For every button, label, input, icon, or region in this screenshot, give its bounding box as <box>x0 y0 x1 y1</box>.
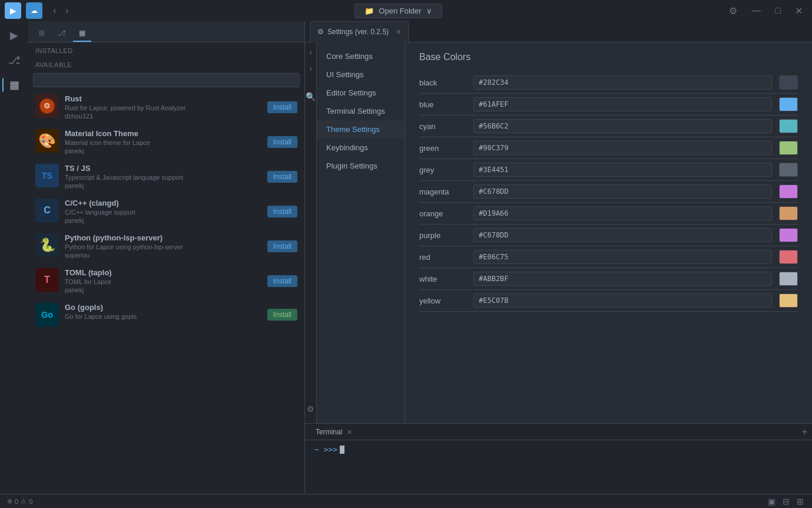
cpp-install-button[interactable]: Install <box>267 206 297 217</box>
color-swatch[interactable] <box>779 293 798 308</box>
layout-btn-1[interactable]: ▣ <box>767 496 777 507</box>
list-item[interactable]: 🎨 Material Icon Theme Material icon them… <box>28 124 304 159</box>
toml-ext-info: TOML (taplo) TOML for Lapce panekj <box>65 268 261 293</box>
color-swatch[interactable] <box>779 272 798 286</box>
extension-search-input[interactable] <box>33 73 300 87</box>
settings-tab-close[interactable]: ✕ <box>396 28 401 36</box>
toml-ext-icon: T <box>35 268 59 292</box>
color-label: green <box>419 144 466 153</box>
python-install-button[interactable]: Install <box>267 240 297 252</box>
list-item[interactable]: TS TS / JS Typescript & Javascript langu… <box>28 159 304 194</box>
titlebar-center: 📁 Open Folder ∨ <box>77 4 720 18</box>
settings-tab[interactable]: ⚙ Settings (ver. 0.2.5) ✕ <box>310 21 409 42</box>
color-value-input[interactable] <box>473 119 772 133</box>
color-swatch[interactable] <box>779 184 798 199</box>
nav-item-editor[interactable]: Editor Settings <box>317 84 405 102</box>
color-value-input[interactable] <box>473 163 772 177</box>
color-swatch[interactable] <box>779 228 798 242</box>
settings-tab-label: Settings (ver. 0.2.5) <box>327 28 389 36</box>
color-swatch[interactable] <box>779 141 798 155</box>
activitybar: ▶ ⎇ ▦ <box>0 21 28 494</box>
layout-btn-2[interactable]: ⊟ <box>781 496 791 507</box>
extension-list: ⚙ Rust Rust for Lapce: powered by Rust A… <box>28 90 304 494</box>
maximize-button[interactable]: □ <box>770 3 786 18</box>
back-button[interactable]: ‹ <box>49 4 59 17</box>
color-label: cyan <box>419 122 466 131</box>
color-swatch[interactable] <box>779 250 798 264</box>
go-ext-icon: Go <box>35 303 59 326</box>
main-layout: ▶ ⎇ ▦ ⊞ ⎇ ▦ Installed Available ⚙ Rust R… <box>0 21 812 494</box>
titlebar: ▶ ☁ ‹ › 📁 Open Folder ∨ ⚙ — □ ✕ <box>0 0 812 21</box>
installed-section-label: Installed <box>28 42 304 57</box>
color-label: yellow <box>419 296 466 305</box>
color-swatch[interactable] <box>779 119 798 133</box>
terminal-tab-close[interactable]: ✕ <box>347 428 352 436</box>
color-value-input[interactable] <box>473 250 772 264</box>
sidebar-tab-2[interactable]: ⎇ <box>52 25 72 42</box>
color-row: black <box>419 72 798 94</box>
color-row: red <box>419 246 798 268</box>
color-swatch[interactable] <box>779 75 798 90</box>
rust-install-button[interactable]: Install <box>267 101 297 113</box>
settings-icon: ⚙ <box>317 28 324 36</box>
nav-item-terminal-label: Terminal Settings <box>326 107 385 116</box>
nav-item-core[interactable]: Core Settings <box>317 47 405 65</box>
nav-left-icon-2[interactable]: › <box>309 64 312 73</box>
tsjs-ext-name: TS / JS <box>65 164 261 173</box>
nav-item-terminal[interactable]: Terminal Settings <box>317 102 405 120</box>
error-count: 0 <box>15 498 18 505</box>
settings-nav: Core Settings UI Settings Editor Setting… <box>317 42 405 423</box>
color-swatch[interactable] <box>779 97 798 111</box>
list-item[interactable]: T TOML (taplo) TOML for Lapce panekj Ins… <box>28 263 304 298</box>
terminal-area[interactable]: ~ >>> <box>305 440 812 494</box>
layout-btn-3[interactable]: ⊞ <box>796 496 805 507</box>
list-item[interactable]: ⚙ Rust Rust for Lapce: powered by Rust A… <box>28 90 304 124</box>
material-icon-install-button[interactable]: Install <box>267 136 297 148</box>
forward-button[interactable]: › <box>62 4 72 17</box>
statusbar-right: ▣ ⊟ ⊞ <box>767 496 805 507</box>
nav-item-keybindings[interactable]: Keybindings <box>317 138 405 157</box>
color-value-input[interactable] <box>473 206 772 220</box>
nav-left-icon-1[interactable]: ‹ <box>309 47 312 57</box>
tsjs-install-button[interactable]: Install <box>267 171 297 183</box>
open-folder-button[interactable]: 📁 Open Folder ∨ <box>354 4 442 18</box>
color-swatch[interactable] <box>779 163 798 177</box>
color-value-input[interactable] <box>473 184 772 199</box>
titlebar-right: ⚙ — □ ✕ <box>724 3 807 19</box>
color-value-input[interactable] <box>473 75 772 90</box>
nav-item-theme[interactable]: Theme Settings <box>317 120 405 138</box>
add-terminal-button[interactable]: + <box>802 427 807 437</box>
go-install-button[interactable]: Install <box>267 309 297 321</box>
extensions-panel: ⊞ ⎇ ▦ Installed Available ⚙ Rust Rust fo… <box>28 21 305 494</box>
close-button[interactable]: ✕ <box>790 3 807 19</box>
activity-source-control[interactable]: ⎇ <box>2 48 26 72</box>
minimize-button[interactable]: — <box>747 3 765 18</box>
python-ext-info: Python (python-lsp-server) Python for La… <box>65 233 261 259</box>
plugin-left-icon[interactable]: ⚙ <box>307 404 314 414</box>
search-left-icon[interactable]: 🔍 <box>306 92 316 101</box>
cpp-ext-info: C/C++ (clangd) C/C++ language support pa… <box>65 199 261 224</box>
color-row: magenta <box>419 181 798 203</box>
activity-run[interactable]: ▶ <box>2 24 26 47</box>
color-swatch[interactable] <box>779 206 798 220</box>
terminal-tab[interactable]: Terminal ✕ <box>310 425 358 438</box>
material-icon-ext-desc: Material icon theme for Lapce <box>65 139 261 146</box>
color-value-input[interactable] <box>473 293 772 308</box>
color-value-input[interactable] <box>473 228 772 242</box>
settings-button[interactable]: ⚙ <box>724 3 742 19</box>
toml-install-button[interactable]: Install <box>267 275 297 287</box>
settings-content: Base Colors black blue cyan green grey m… <box>405 42 812 423</box>
activity-extensions[interactable]: ▦ <box>2 73 26 97</box>
sidebar-tab-1[interactable]: ⊞ <box>33 25 51 42</box>
nav-item-ui-label: UI Settings <box>326 70 364 79</box>
list-item[interactable]: C C/C++ (clangd) C/C++ language support … <box>28 194 304 229</box>
color-value-input[interactable] <box>473 97 772 111</box>
color-value-input[interactable] <box>473 141 772 155</box>
color-value-input[interactable] <box>473 272 772 286</box>
list-item[interactable]: 🐍 Python (python-lsp-server) Python for … <box>28 229 304 263</box>
nav-item-ui[interactable]: UI Settings <box>317 65 405 84</box>
color-row: purple <box>419 225 798 246</box>
sidebar-tab-extensions[interactable]: ▦ <box>73 25 91 42</box>
list-item[interactable]: Go Go (gopls) Go for Lapce using gopls I… <box>28 298 304 331</box>
nav-item-plugin[interactable]: Plugin Settings <box>317 157 405 175</box>
